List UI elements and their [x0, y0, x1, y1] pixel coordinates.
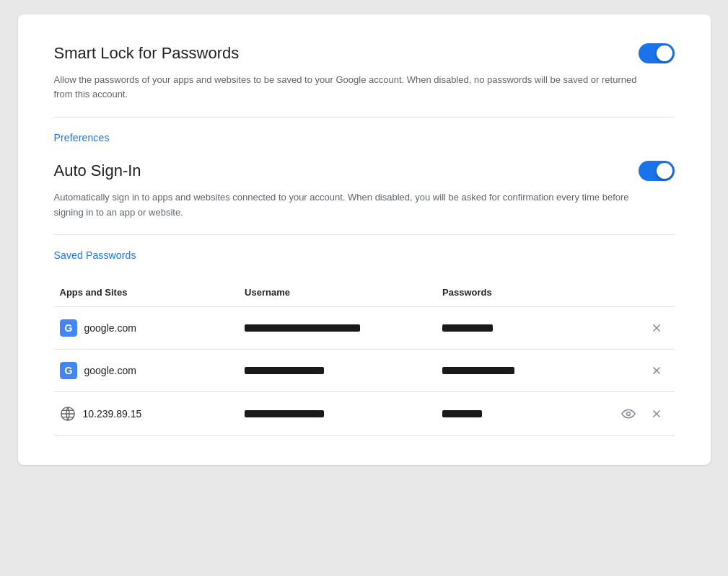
site-cell: G google.com — [54, 350, 240, 392]
password-cell — [437, 392, 609, 436]
actions-cell — [615, 319, 668, 337]
svg-text:G: G — [64, 365, 72, 376]
delete-password-button[interactable] — [644, 361, 669, 380]
main-card: Smart Lock for Passwords Allow the passw… — [18, 14, 711, 465]
show-password-button[interactable] — [615, 404, 641, 424]
actions-cell — [615, 361, 668, 380]
close-icon — [650, 407, 663, 420]
close-icon — [650, 364, 663, 377]
site-cell: G google.com — [54, 307, 240, 350]
table-row: G google.com — [54, 307, 675, 350]
google-icon: G — [60, 362, 77, 379]
site-name: google.com — [84, 322, 136, 334]
divider-2 — [54, 234, 675, 235]
smartlock-toggle[interactable] — [639, 43, 675, 63]
actions-col — [609, 307, 674, 350]
password-cell — [437, 307, 609, 350]
table-header-row: Apps and Sites Username Passwords — [54, 278, 675, 307]
google-icon: G — [60, 319, 77, 337]
password-cell — [437, 350, 609, 392]
password-redacted — [442, 367, 514, 374]
close-icon — [650, 322, 663, 334]
autosignin-toggle[interactable] — [639, 161, 675, 181]
smartlock-title: Smart Lock for Passwords — [54, 43, 240, 64]
actions-cell — [615, 404, 668, 424]
username-redacted — [245, 324, 360, 332]
preferences-label: Preferences — [54, 132, 675, 143]
col-header-pass: Passwords — [437, 278, 609, 307]
svg-point-9 — [626, 412, 630, 416]
autosignin-description: Automatically sign in to apps and websit… — [54, 190, 646, 221]
site-cell: 10.239.89.15 — [54, 392, 240, 436]
globe-icon — [60, 406, 76, 422]
col-header-site: Apps and Sites — [54, 278, 240, 307]
username-cell — [239, 307, 437, 350]
eye-icon — [621, 407, 636, 421]
passwords-table: Apps and Sites Username Passwords G goog… — [54, 278, 675, 436]
smartlock-thumb — [657, 45, 672, 61]
delete-password-button[interactable] — [644, 319, 669, 337]
site-name: google.com — [84, 365, 136, 376]
username-cell — [239, 350, 437, 392]
autosignin-thumb — [657, 163, 672, 179]
saved-passwords-label: Saved Passwords — [54, 249, 675, 261]
smartlock-description: Allow the passwords of your apps and web… — [54, 73, 646, 103]
password-redacted — [442, 410, 482, 417]
username-redacted — [245, 367, 324, 374]
col-header-user: Username — [239, 278, 437, 307]
username-redacted — [245, 410, 324, 417]
col-header-actions — [609, 278, 674, 307]
actions-col — [609, 392, 674, 436]
divider-1 — [54, 117, 675, 118]
username-cell — [239, 392, 437, 436]
autosignin-row: Auto Sign-In — [54, 161, 675, 182]
table-row: 10.239.89.15 — [54, 392, 675, 436]
delete-password-button[interactable] — [644, 404, 669, 423]
svg-text:G: G — [64, 322, 72, 334]
table-row: G google.com — [54, 350, 675, 392]
password-redacted — [442, 324, 493, 332]
autosignin-title: Auto Sign-In — [54, 161, 141, 182]
actions-col — [609, 350, 674, 392]
site-name: 10.239.89.15 — [83, 408, 142, 420]
smartlock-row: Smart Lock for Passwords — [54, 43, 675, 64]
